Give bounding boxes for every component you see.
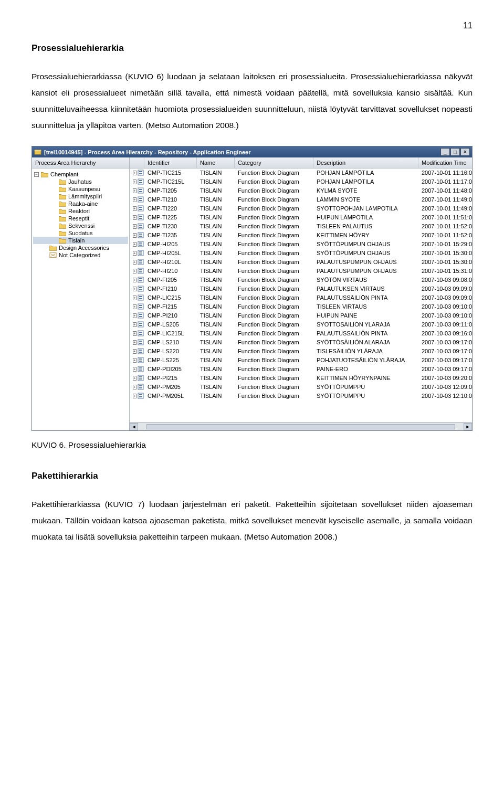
- row-expand-cell[interactable]: +: [130, 293, 144, 302]
- tree-item[interactable]: Reseptit: [33, 215, 128, 222]
- row-expand-cell[interactable]: +: [130, 186, 144, 195]
- table-row[interactable]: +CMP-PDI205TISLAINFunction Block Diagram…: [130, 365, 472, 374]
- table-row[interactable]: +CMP-HI205TISLAINFunction Block DiagramS…: [130, 240, 472, 249]
- tree-item[interactable]: Raaka-aine: [33, 200, 128, 207]
- row-expand-cell[interactable]: +: [130, 374, 144, 382]
- row-expand-cell[interactable]: +: [130, 222, 144, 230]
- tree-item[interactable]: Lämmityspiiri: [33, 193, 128, 200]
- row-expand-cell[interactable]: +: [130, 383, 144, 391]
- table-row[interactable]: +CMP-PM205TISLAINFunction Block DiagramS…: [130, 383, 472, 392]
- row-expand-cell[interactable]: +: [130, 347, 144, 355]
- tree-header[interactable]: Process Area Hierarchy: [32, 157, 129, 168]
- col-header-identifier[interactable]: Identifier: [144, 157, 197, 168]
- tree-item[interactable]: Tislain: [33, 237, 128, 244]
- row-expand-cell[interactable]: +: [130, 168, 144, 177]
- table-row[interactable]: +CMP-TI220TISLAINFunction Block DiagramS…: [130, 204, 472, 213]
- row-expander-icon[interactable]: +: [133, 224, 136, 229]
- table-row[interactable]: +CMP-HI205LTISLAINFunction Block Diagram…: [130, 249, 472, 258]
- maximize-button[interactable]: □: [450, 148, 460, 156]
- col-header-name[interactable]: Name: [197, 157, 235, 168]
- row-expander-icon[interactable]: +: [133, 260, 136, 265]
- tree-root[interactable]: − Chemplant: [33, 171, 128, 178]
- table-row[interactable]: +CMP-LS210TISLAINFunction Block DiagramS…: [130, 338, 472, 347]
- row-expander-icon[interactable]: +: [133, 242, 136, 247]
- row-expand-cell[interactable]: +: [130, 356, 144, 364]
- row-expand-cell[interactable]: +: [130, 311, 144, 320]
- tree-design-accessories[interactable]: Design Accessories: [33, 244, 128, 251]
- row-expand-cell[interactable]: +: [130, 276, 144, 284]
- row-expand-cell[interactable]: +: [130, 240, 144, 248]
- tree-item[interactable]: Suodatus: [33, 229, 128, 237]
- table-row[interactable]: +CMP-LIC215LTISLAINFunction Block Diagra…: [130, 329, 472, 338]
- row-expander-icon[interactable]: +: [133, 215, 136, 220]
- row-expand-cell[interactable]: +: [130, 365, 144, 373]
- table-row[interactable]: +CMP-TI225TISLAINFunction Block DiagramH…: [130, 213, 472, 222]
- table-row[interactable]: +CMP-LS225TISLAINFunction Block DiagramP…: [130, 356, 472, 365]
- row-expand-cell[interactable]: +: [130, 177, 144, 186]
- tree-item[interactable]: Sekvenssi: [33, 222, 128, 229]
- row-expand-cell[interactable]: +: [130, 195, 144, 204]
- table-row[interactable]: +CMP-TI210TISLAINFunction Block DiagramL…: [130, 195, 472, 204]
- scroll-left-button[interactable]: ◄: [130, 423, 138, 430]
- row-expander-icon[interactable]: +: [133, 304, 136, 309]
- row-expand-cell[interactable]: +: [130, 249, 144, 257]
- row-expander-icon[interactable]: +: [133, 358, 136, 363]
- row-expand-cell[interactable]: +: [130, 204, 144, 213]
- scroll-right-button[interactable]: ►: [464, 423, 472, 430]
- row-expand-cell[interactable]: +: [130, 284, 144, 293]
- table-row[interactable]: +CMP-FI205TISLAINFunction Block DiagramS…: [130, 276, 472, 284]
- row-expander-icon[interactable]: +: [133, 331, 136, 336]
- row-expand-cell[interactable]: +: [130, 329, 144, 338]
- scrollbar-thumb[interactable]: [146, 424, 455, 429]
- table-row[interactable]: +CMP-HI210LTISLAINFunction Block Diagram…: [130, 258, 472, 267]
- table-row[interactable]: +CMP-TIC215TISLAINFunction Block Diagram…: [130, 168, 472, 177]
- table-row[interactable]: +CMP-LS220TISLAINFunction Block DiagramT…: [130, 347, 472, 356]
- table-row[interactable]: +CMP-TI205TISLAINFunction Block DiagramK…: [130, 186, 472, 195]
- row-expander-icon[interactable]: +: [133, 171, 136, 175]
- table-row[interactable]: +CMP-FI210TISLAINFunction Block DiagramP…: [130, 284, 472, 293]
- table-row[interactable]: +CMP-TI235TISLAINFunction Block DiagramK…: [130, 231, 472, 240]
- table-row[interactable]: +CMP-TI230TISLAINFunction Block DiagramT…: [130, 222, 472, 231]
- col-header-description[interactable]: Description: [313, 157, 418, 168]
- row-expander-icon[interactable]: +: [133, 251, 136, 256]
- row-expander-icon[interactable]: +: [133, 287, 136, 291]
- close-button[interactable]: ×: [460, 148, 470, 156]
- row-expander-icon[interactable]: +: [133, 206, 136, 211]
- tree-item[interactable]: Reaktori: [33, 207, 128, 215]
- table-row[interactable]: +CMP-PI215TISLAINFunction Block DiagramK…: [130, 374, 472, 383]
- row-expand-cell[interactable]: +: [130, 392, 144, 400]
- row-expander-icon[interactable]: +: [133, 394, 136, 398]
- row-expander-icon[interactable]: +: [133, 322, 136, 327]
- table-row[interactable]: +CMP-PI210TISLAINFunction Block DiagramH…: [130, 311, 472, 320]
- row-expand-cell[interactable]: +: [130, 338, 144, 346]
- table-row[interactable]: +CMP-LS205TISLAINFunction Block DiagramS…: [130, 320, 472, 329]
- expander-icon[interactable]: −: [34, 172, 39, 177]
- col-header-expand[interactable]: [130, 157, 144, 168]
- grid-body[interactable]: +CMP-TIC215TISLAINFunction Block Diagram…: [130, 168, 472, 422]
- row-expand-cell[interactable]: +: [130, 302, 144, 311]
- table-row[interactable]: +CMP-LIC215TISLAINFunction Block Diagram…: [130, 293, 472, 302]
- tree-item[interactable]: Kaasunpesu: [33, 185, 128, 193]
- tree-not-categorized[interactable]: Not Categorized: [33, 251, 128, 259]
- row-expander-icon[interactable]: +: [133, 197, 136, 202]
- row-expander-icon[interactable]: +: [133, 340, 136, 345]
- row-expander-icon[interactable]: +: [133, 278, 136, 282]
- minimize-button[interactable]: _: [440, 148, 450, 156]
- row-expand-cell[interactable]: +: [130, 320, 144, 329]
- row-expander-icon[interactable]: +: [133, 296, 136, 300]
- row-expand-cell[interactable]: +: [130, 231, 144, 239]
- row-expander-icon[interactable]: +: [133, 349, 136, 354]
- row-expander-icon[interactable]: +: [133, 269, 136, 273]
- horizontal-scrollbar[interactable]: ◄ ►: [130, 422, 472, 430]
- tree-item[interactable]: Jauhatus: [33, 178, 128, 185]
- col-header-modtime[interactable]: Modification Time: [418, 157, 472, 168]
- table-row[interactable]: +CMP-TIC215LTISLAINFunction Block Diagra…: [130, 177, 472, 186]
- row-expander-icon[interactable]: +: [133, 180, 136, 184]
- row-expander-icon[interactable]: +: [133, 376, 136, 381]
- row-expander-icon[interactable]: +: [133, 188, 136, 193]
- table-row[interactable]: +CMP-FI215TISLAINFunction Block DiagramT…: [130, 302, 472, 311]
- row-expander-icon[interactable]: +: [133, 313, 136, 318]
- table-row[interactable]: +CMP-PM205LTISLAINFunction Block Diagram…: [130, 392, 472, 400]
- table-row[interactable]: +CMP-HI210TISLAINFunction Block DiagramP…: [130, 267, 472, 276]
- row-expander-icon[interactable]: +: [133, 367, 136, 372]
